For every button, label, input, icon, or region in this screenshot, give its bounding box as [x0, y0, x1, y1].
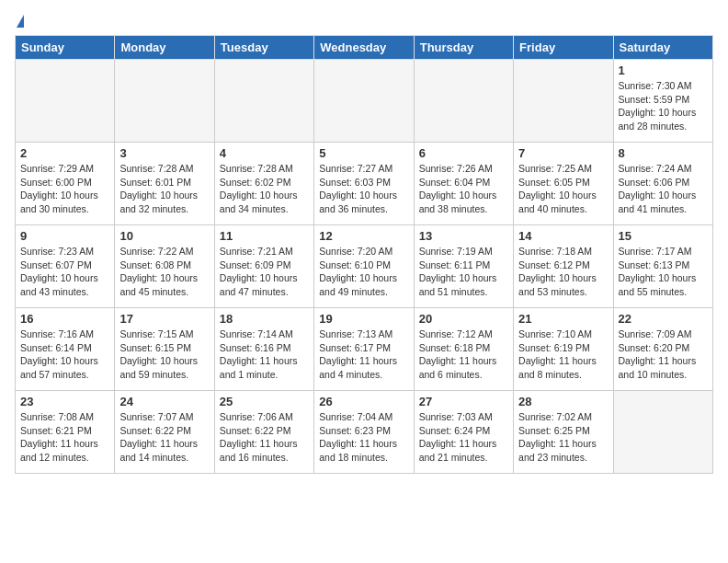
- day-info: Sunrise: 7:27 AM Sunset: 6:03 PM Dayligh…: [319, 162, 408, 216]
- calendar-cell: 23Sunrise: 7:08 AM Sunset: 6:21 PM Dayli…: [16, 391, 115, 474]
- day-info: Sunrise: 7:28 AM Sunset: 6:02 PM Dayligh…: [220, 162, 309, 216]
- day-info: Sunrise: 7:21 AM Sunset: 6:09 PM Dayligh…: [220, 245, 309, 299]
- day-number: 22: [619, 312, 708, 326]
- day-number: 10: [119, 229, 209, 243]
- day-info: Sunrise: 7:22 AM Sunset: 6:08 PM Dayligh…: [119, 245, 209, 299]
- day-number: 11: [220, 229, 309, 243]
- day-info: Sunrise: 7:04 AM Sunset: 6:23 PM Dayligh…: [319, 410, 408, 465]
- day-of-week-header: Monday: [115, 36, 214, 60]
- calendar-cell: [115, 60, 214, 143]
- calendar-cell: 4Sunrise: 7:28 AM Sunset: 6:02 PM Daylig…: [214, 143, 313, 225]
- day-number: 24: [119, 395, 209, 408]
- logo-triangle-icon: [17, 15, 24, 28]
- calendar-cell: [414, 60, 513, 143]
- calendar-cell: 21Sunrise: 7:10 AM Sunset: 6:19 PM Dayli…: [514, 308, 613, 391]
- calendar-cell: 24Sunrise: 7:07 AM Sunset: 6:22 PM Dayli…: [115, 391, 214, 474]
- calendar-cell: 3Sunrise: 7:28 AM Sunset: 6:01 PM Daylig…: [115, 143, 214, 225]
- calendar-cell: 16Sunrise: 7:16 AM Sunset: 6:14 PM Dayli…: [16, 308, 115, 391]
- day-info: Sunrise: 7:03 AM Sunset: 6:24 PM Dayligh…: [419, 410, 508, 465]
- day-number: 25: [220, 395, 309, 408]
- day-info: Sunrise: 7:16 AM Sunset: 6:14 PM Dayligh…: [20, 327, 109, 382]
- calendar-cell: 13Sunrise: 7:19 AM Sunset: 6:11 PM Dayli…: [414, 225, 513, 308]
- calendar-cell: 5Sunrise: 7:27 AM Sunset: 6:03 PM Daylig…: [314, 143, 414, 225]
- calendar-cell: 14Sunrise: 7:18 AM Sunset: 6:12 PM Dayli…: [514, 225, 613, 308]
- day-info: Sunrise: 7:15 AM Sunset: 6:15 PM Dayligh…: [119, 327, 209, 382]
- day-info: Sunrise: 7:08 AM Sunset: 6:21 PM Dayligh…: [20, 410, 109, 465]
- day-of-week-header: Wednesday: [314, 36, 414, 60]
- calendar-cell: 25Sunrise: 7:06 AM Sunset: 6:22 PM Dayli…: [214, 391, 313, 474]
- calendar-cell: 26Sunrise: 7:04 AM Sunset: 6:23 PM Dayli…: [314, 391, 414, 474]
- day-info: Sunrise: 7:06 AM Sunset: 6:22 PM Dayligh…: [220, 410, 309, 465]
- calendar-cell: [613, 391, 712, 474]
- day-number: 18: [220, 312, 309, 326]
- day-number: 13: [419, 229, 508, 243]
- calendar-cell: 1Sunrise: 7:30 AM Sunset: 5:59 PM Daylig…: [613, 60, 712, 143]
- day-number: 9: [20, 229, 109, 243]
- calendar-cell: 22Sunrise: 7:09 AM Sunset: 6:20 PM Dayli…: [613, 308, 712, 391]
- day-number: 28: [518, 395, 608, 408]
- day-number: 20: [419, 312, 508, 326]
- day-of-week-header: Sunday: [16, 36, 115, 60]
- day-number: 6: [419, 146, 508, 160]
- day-number: 12: [319, 229, 408, 243]
- day-number: 17: [119, 312, 209, 326]
- day-info: Sunrise: 7:20 AM Sunset: 6:10 PM Dayligh…: [319, 245, 408, 299]
- day-of-week-header: Tuesday: [214, 36, 313, 60]
- day-number: 19: [319, 312, 408, 326]
- day-info: Sunrise: 7:12 AM Sunset: 6:18 PM Dayligh…: [419, 327, 508, 382]
- day-info: Sunrise: 7:26 AM Sunset: 6:04 PM Dayligh…: [419, 162, 508, 216]
- page-header: [15, 15, 713, 28]
- day-info: Sunrise: 7:28 AM Sunset: 6:01 PM Dayligh…: [119, 162, 209, 216]
- day-number: 4: [220, 146, 309, 160]
- day-number: 2: [20, 146, 109, 160]
- day-info: Sunrise: 7:09 AM Sunset: 6:20 PM Dayligh…: [619, 327, 708, 382]
- calendar-cell: 18Sunrise: 7:14 AM Sunset: 6:16 PM Dayli…: [214, 308, 313, 391]
- day-number: 8: [619, 146, 708, 160]
- calendar-cell: [314, 60, 414, 143]
- calendar-cell: 12Sunrise: 7:20 AM Sunset: 6:10 PM Dayli…: [314, 225, 414, 308]
- logo: [15, 15, 24, 28]
- day-info: Sunrise: 7:25 AM Sunset: 6:05 PM Dayligh…: [518, 162, 608, 216]
- calendar-cell: [514, 60, 613, 143]
- day-number: 23: [20, 395, 109, 408]
- day-info: Sunrise: 7:24 AM Sunset: 6:06 PM Dayligh…: [619, 162, 708, 216]
- day-info: Sunrise: 7:07 AM Sunset: 6:22 PM Dayligh…: [119, 410, 209, 465]
- calendar-cell: 17Sunrise: 7:15 AM Sunset: 6:15 PM Dayli…: [115, 308, 214, 391]
- day-info: Sunrise: 7:10 AM Sunset: 6:19 PM Dayligh…: [518, 327, 608, 382]
- calendar-cell: 20Sunrise: 7:12 AM Sunset: 6:18 PM Dayli…: [414, 308, 513, 391]
- calendar-cell: 9Sunrise: 7:23 AM Sunset: 6:07 PM Daylig…: [16, 225, 115, 308]
- day-number: 27: [419, 395, 508, 408]
- calendar-cell: [16, 60, 115, 143]
- day-of-week-header: Friday: [514, 36, 613, 60]
- day-number: 14: [518, 229, 608, 243]
- calendar-cell: 27Sunrise: 7:03 AM Sunset: 6:24 PM Dayli…: [414, 391, 513, 474]
- day-info: Sunrise: 7:02 AM Sunset: 6:25 PM Dayligh…: [518, 410, 608, 465]
- day-info: Sunrise: 7:19 AM Sunset: 6:11 PM Dayligh…: [419, 245, 508, 299]
- calendar-cell: 6Sunrise: 7:26 AM Sunset: 6:04 PM Daylig…: [414, 143, 513, 225]
- day-info: Sunrise: 7:14 AM Sunset: 6:16 PM Dayligh…: [220, 327, 309, 382]
- calendar-table: SundayMondayTuesdayWednesdayThursdayFrid…: [15, 35, 713, 474]
- calendar-cell: [214, 60, 313, 143]
- day-number: 3: [119, 146, 209, 160]
- day-info: Sunrise: 7:30 AM Sunset: 5:59 PM Dayligh…: [619, 79, 708, 133]
- day-info: Sunrise: 7:17 AM Sunset: 6:13 PM Dayligh…: [619, 245, 708, 299]
- calendar-cell: 8Sunrise: 7:24 AM Sunset: 6:06 PM Daylig…: [613, 143, 712, 225]
- day-number: 7: [518, 146, 608, 160]
- calendar-cell: 15Sunrise: 7:17 AM Sunset: 6:13 PM Dayli…: [613, 225, 712, 308]
- calendar-cell: 10Sunrise: 7:22 AM Sunset: 6:08 PM Dayli…: [115, 225, 214, 308]
- day-info: Sunrise: 7:13 AM Sunset: 6:17 PM Dayligh…: [319, 327, 408, 382]
- calendar-cell: 11Sunrise: 7:21 AM Sunset: 6:09 PM Dayli…: [214, 225, 313, 308]
- day-number: 16: [20, 312, 109, 326]
- calendar-cell: 19Sunrise: 7:13 AM Sunset: 6:17 PM Dayli…: [314, 308, 414, 391]
- day-number: 15: [619, 229, 708, 243]
- calendar-cell: 28Sunrise: 7:02 AM Sunset: 6:25 PM Dayli…: [514, 391, 613, 474]
- calendar-cell: 7Sunrise: 7:25 AM Sunset: 6:05 PM Daylig…: [514, 143, 613, 225]
- day-number: 1: [619, 63, 708, 77]
- day-info: Sunrise: 7:29 AM Sunset: 6:00 PM Dayligh…: [20, 162, 109, 216]
- day-info: Sunrise: 7:18 AM Sunset: 6:12 PM Dayligh…: [518, 245, 608, 299]
- day-of-week-header: Saturday: [613, 36, 712, 60]
- day-info: Sunrise: 7:23 AM Sunset: 6:07 PM Dayligh…: [20, 245, 109, 299]
- day-of-week-header: Thursday: [414, 36, 513, 60]
- day-number: 21: [518, 312, 608, 326]
- day-number: 5: [319, 146, 408, 160]
